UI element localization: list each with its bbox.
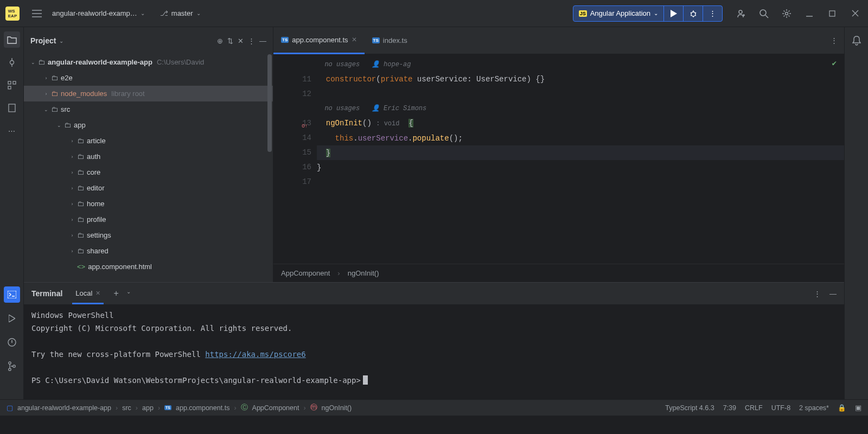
project-tool-icon[interactable] <box>4 31 20 48</box>
sb-nav-app[interactable]: app <box>142 404 154 412</box>
select-opened-icon[interactable]: ⊕ <box>217 37 223 45</box>
sb-nav-method[interactable]: ngOnInit() <box>322 404 352 412</box>
panel-title: Project <box>30 36 56 45</box>
terminal-tool-icon[interactable] <box>4 286 20 303</box>
code-content[interactable]: no usages 👤 hope-ag constructor(private … <box>317 54 844 264</box>
readonly-icon[interactable]: 🔒 <box>838 404 846 412</box>
tree-scrollbar[interactable] <box>267 54 272 152</box>
sb-nav-src[interactable]: src <box>122 404 131 412</box>
override-marker-icon[interactable]: o↑ <box>302 119 308 133</box>
panel-more-icon[interactable]: ⋮ <box>248 37 255 45</box>
terminal-more-icon[interactable]: ⋮ <box>814 290 821 298</box>
run-config-selector[interactable]: JS Angular Application ⌄ <box>573 9 663 17</box>
tree-item-src[interactable]: ⌄ 🗀 src <box>24 101 273 117</box>
tree-item-app[interactable]: ⌄ 🗀 app <box>24 117 273 133</box>
breadcrumb-method[interactable]: ngOnInit() <box>348 269 379 277</box>
terminal-prompt: PS C:\Users\David Watson\WebstormProject… <box>31 376 361 385</box>
tab-label: app.component.ts <box>292 36 348 44</box>
tab-label: index.ts <box>383 36 407 44</box>
expand-all-icon[interactable]: ⇅ <box>227 37 233 45</box>
tree-item-editor[interactable]: ›🗀editor <box>24 180 273 196</box>
more-tools-icon[interactable]: ⋯ <box>4 123 20 139</box>
run-tool-icon[interactable] <box>4 310 20 327</box>
run-more-button[interactable]: ⋮ <box>703 5 722 22</box>
sb-cursor-pos[interactable]: 7:39 <box>723 404 736 412</box>
search-icon[interactable] <box>756 6 771 21</box>
close-icon[interactable]: ✕ <box>352 36 357 43</box>
debug-button[interactable] <box>683 5 703 22</box>
tree-item-app-component-html[interactable]: <>app.component.html <box>24 259 273 275</box>
run-button[interactable] <box>663 5 683 22</box>
problems-tool-icon[interactable] <box>4 334 20 350</box>
tree-item-e2e[interactable]: › 🗀 e2e <box>24 70 273 86</box>
folder-icon: 🗀 <box>64 121 71 129</box>
settings-icon[interactable] <box>779 6 794 21</box>
method-populate: populate <box>412 134 449 143</box>
git-tool-icon[interactable] <box>4 358 20 374</box>
hide-panel-icon[interactable]: — <box>259 37 266 45</box>
hide-terminal-icon[interactable]: — <box>829 290 837 298</box>
line-number: 16 <box>273 160 311 175</box>
sb-nav-class[interactable]: AppComponent <box>252 404 299 412</box>
chevron-down-icon: ⌄ <box>654 10 658 16</box>
folder-icon: 🗀 <box>77 184 84 192</box>
project-selector[interactable]: angular-realworld-examp… ⌄ <box>52 9 145 17</box>
top-bar: WSEAP angular-realworld-examp… ⌄ ⎇ maste… <box>0 0 868 27</box>
bookmarks-tool-icon[interactable] <box>4 100 20 116</box>
tool-windows-icon[interactable]: ▣ <box>855 404 861 412</box>
maximize-icon[interactable] <box>825 6 840 21</box>
chevron-down-icon[interactable]: ⌄ <box>59 38 63 44</box>
commit-tool-icon[interactable] <box>4 54 20 71</box>
close-icon[interactable] <box>847 6 863 21</box>
folder-icon: 🗀 <box>77 215 84 224</box>
sb-indent[interactable]: 2 spaces* <box>799 404 829 412</box>
tree-item-home[interactable]: ›🗀home <box>24 196 273 212</box>
tree-item-core[interactable]: ›🗀core <box>24 164 273 180</box>
tree-item-auth[interactable]: ›🗀auth <box>24 149 273 164</box>
status-bar: ▢ angular-realworld-example-app › src › … <box>0 399 868 416</box>
tree-item-article[interactable]: ›🗀article <box>24 133 273 149</box>
app-logo: WSEAP <box>5 7 20 21</box>
sb-eol[interactable]: CRLF <box>745 404 763 412</box>
breadcrumb-class[interactable]: AppComponent <box>281 269 330 277</box>
svg-point-1 <box>739 10 742 14</box>
kw-this: this <box>335 134 354 143</box>
minimize-icon[interactable] <box>802 6 817 21</box>
tab-more-icon[interactable]: ⋮ <box>831 36 838 44</box>
terminal-content[interactable]: Windows PowerShell Copyright (C) Microso… <box>24 304 844 399</box>
tree-label: app.component.html <box>88 263 152 271</box>
tree-item-settings[interactable]: ›🗀settings <box>24 227 273 243</box>
code-editor[interactable]: ✔ 11 12 13 14 15 16 17 o↑ no usages 👤 ho… <box>273 54 844 264</box>
main-menu-icon[interactable] <box>29 6 44 21</box>
chevron-down-icon: ⌄ <box>29 60 37 65</box>
branch-name: master <box>171 9 193 17</box>
terminal-tab-local[interactable]: Local ✕ <box>72 283 104 304</box>
folder-icon: 🗀 <box>38 58 45 66</box>
terminal-link[interactable]: https://aka.ms/pscore6 <box>205 350 305 359</box>
chevron-down-icon: ⌄ <box>42 107 50 112</box>
svg-rect-6 <box>8 81 11 84</box>
tree-item-node-modules[interactable]: › 🗀 node_modules library root <box>24 86 273 101</box>
structure-tool-icon[interactable] <box>4 77 20 93</box>
folder-icon: 🗀 <box>77 231 84 239</box>
tab-index[interactable]: TS index.ts <box>365 27 415 54</box>
js-icon: JS <box>579 10 587 17</box>
folder-icon: 🗀 <box>77 152 84 161</box>
sb-nav-root[interactable]: angular-realworld-example-app <box>17 404 111 412</box>
tree-root-item[interactable]: ⌄ 🗀 angular-realworld-example-app C:\Use… <box>24 54 273 70</box>
branch-selector[interactable]: ⎇ master ⌄ <box>160 9 201 17</box>
close-icon[interactable]: ✕ <box>95 290 100 297</box>
svg-rect-10 <box>8 291 16 298</box>
sb-nav-file[interactable]: app.component.ts <box>176 404 229 412</box>
tree-item-shared[interactable]: ›🗀shared <box>24 243 273 259</box>
notifications-icon[interactable] <box>848 33 865 49</box>
line-number: 12 <box>273 87 311 101</box>
collaborate-icon[interactable] <box>733 6 749 21</box>
new-terminal-icon[interactable]: + <box>113 289 118 298</box>
tab-app-component[interactable]: TS app.component.ts ✕ <box>273 27 365 54</box>
terminal-dropdown-icon[interactable]: ⌄ <box>126 289 131 298</box>
sb-encoding[interactable]: UTF-8 <box>771 404 790 412</box>
collapse-icon[interactable]: ✕ <box>238 37 244 45</box>
sb-ts-version[interactable]: TypeScript 4.6.3 <box>665 404 714 412</box>
tree-item-profile[interactable]: ›🗀profile <box>24 212 273 227</box>
